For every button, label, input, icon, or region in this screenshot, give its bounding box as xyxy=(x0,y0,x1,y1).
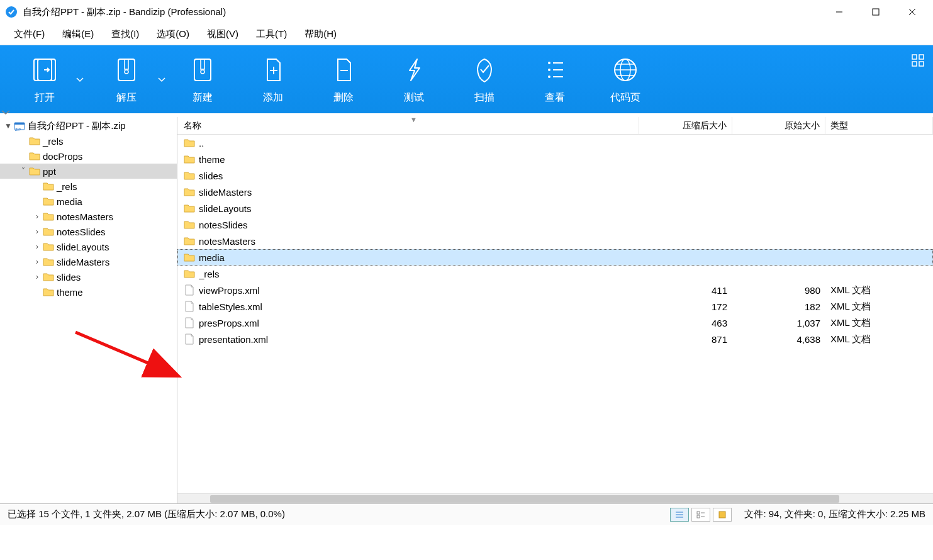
row-type: XML 文档 xyxy=(825,284,933,296)
row-name: theme xyxy=(199,154,639,165)
row-name: slides xyxy=(199,171,639,181)
expander-icon[interactable]: › xyxy=(31,257,43,266)
toolbar-new-label: 新建 xyxy=(193,91,213,104)
delete-icon xyxy=(329,55,358,85)
toolbar-collapse-handle[interactable] xyxy=(0,109,933,117)
maximize-button[interactable] xyxy=(858,0,894,24)
expander-icon[interactable]: › xyxy=(31,212,43,221)
row-name: notesMasters xyxy=(199,236,639,247)
expander-icon[interactable]: › xyxy=(31,272,43,281)
toolbar-delete-button[interactable]: 删除 xyxy=(308,45,379,113)
list-row[interactable]: notesSlides xyxy=(177,216,933,233)
list-row[interactable]: viewProps.xml411980XML 文档 xyxy=(177,282,933,298)
tree-item[interactable]: _rels xyxy=(0,133,177,148)
folder-icon xyxy=(29,135,40,147)
tree-item[interactable]: theme xyxy=(0,284,177,300)
list-row[interactable]: slides xyxy=(177,167,933,184)
list-row[interactable]: _rels xyxy=(177,266,933,282)
toolbar-view-button[interactable]: 查看 xyxy=(520,45,590,113)
row-compressed: 463 xyxy=(639,318,732,328)
folder-icon xyxy=(184,252,195,263)
tree-item-label: docProps xyxy=(43,151,82,162)
folder-icon xyxy=(29,165,40,177)
list-row[interactable]: tableStyles.xml172182XML 文档 xyxy=(177,298,933,315)
view-details-button[interactable] xyxy=(670,508,689,522)
scan-icon xyxy=(470,55,499,85)
list-row[interactable]: theme xyxy=(177,151,933,167)
scrollbar-thumb[interactable] xyxy=(210,495,839,503)
toolbar-add-button[interactable]: 添加 xyxy=(238,45,308,113)
folder-tree[interactable]: ▼ ZIP 自我介绍PPT - 副本.zip _relsdocProps˅ppt… xyxy=(0,117,177,503)
row-name: viewProps.xml xyxy=(199,285,639,296)
toolbar-scan-label: 扫描 xyxy=(474,91,494,104)
svg-point-9 xyxy=(125,70,128,74)
list-row[interactable]: media xyxy=(177,249,933,266)
row-original: 980 xyxy=(732,285,825,296)
tree-item-label: _rels xyxy=(57,181,77,192)
menu-view[interactable]: 视图(V) xyxy=(198,26,247,43)
archive-icon: ZIP xyxy=(14,120,25,132)
add-icon xyxy=(259,55,288,85)
tree-root-label: 自我介绍PPT - 副本.zip xyxy=(28,120,126,132)
status-left: 已选择 15 个文件, 1 文件夹, 2.07 MB (压缩后大小: 2.07 … xyxy=(8,508,670,520)
menu-bar: 文件(F) 编辑(E) 查找(I) 选项(O) 视图(V) 工具(T) 帮助(H… xyxy=(0,24,933,45)
menu-file[interactable]: 文件(F) xyxy=(5,26,53,43)
menu-tools[interactable]: 工具(T) xyxy=(247,26,296,43)
view-icons-button[interactable] xyxy=(713,508,732,522)
chevron-down-icon[interactable] xyxy=(157,76,166,84)
toolbar-open-button[interactable]: 打开 xyxy=(4,45,86,113)
toolbar-new-button[interactable]: 新建 xyxy=(167,45,238,113)
tree-item[interactable]: ›slideMasters xyxy=(0,254,177,269)
menu-options[interactable]: 选项(O) xyxy=(148,26,198,43)
list-row[interactable]: slideMasters xyxy=(177,184,933,200)
tree-item-label: theme xyxy=(57,287,83,298)
expander-icon[interactable]: › xyxy=(31,242,43,251)
folder-icon xyxy=(184,235,195,247)
toolbar-open-label: 打开 xyxy=(35,91,55,104)
row-name: _rels xyxy=(199,269,639,279)
minimize-button[interactable] xyxy=(821,0,858,24)
list-row[interactable]: .. xyxy=(177,135,933,151)
expander-icon[interactable]: ˅ xyxy=(18,167,29,176)
tree-item[interactable]: ›slideLayouts xyxy=(0,239,177,254)
open-icon xyxy=(30,55,59,85)
tree-item[interactable]: media xyxy=(0,194,177,209)
svg-point-12 xyxy=(201,70,204,74)
list-row[interactable]: presProps.xml4631,037XML 文档 xyxy=(177,315,933,331)
tree-item[interactable]: ›slides xyxy=(0,269,177,284)
menu-find[interactable]: 查找(I) xyxy=(103,26,148,43)
list-row[interactable]: notesMasters xyxy=(177,233,933,249)
toolbar-extract-button[interactable]: 解压 xyxy=(86,45,167,113)
toolbar-codepage-button[interactable]: 代码页 xyxy=(590,45,661,113)
tree-item[interactable]: ›notesSlides xyxy=(0,224,177,239)
tree-item[interactable]: docProps xyxy=(0,148,177,164)
toolbar: 打开 解压 新建 添加 删除 测试 扫描 查看 代码页 xyxy=(0,45,933,113)
layout-toggle-icon[interactable] xyxy=(912,54,924,67)
toolbar-delete-label: 删除 xyxy=(333,91,354,104)
toolbar-scan-button[interactable]: 扫描 xyxy=(449,45,520,113)
list-row[interactable]: slideLayouts xyxy=(177,200,933,216)
app-icon xyxy=(5,6,18,18)
tree-root[interactable]: ▼ ZIP 自我介绍PPT - 副本.zip xyxy=(0,118,177,133)
column-original[interactable]: 原始大小 xyxy=(732,117,825,134)
svg-rect-36 xyxy=(697,515,700,518)
horizontal-scrollbar[interactable] xyxy=(177,493,933,503)
expander-icon[interactable]: ▼ xyxy=(3,121,14,130)
column-type[interactable]: 类型 xyxy=(825,117,933,134)
tree-item[interactable]: _rels xyxy=(0,179,177,194)
view-icon xyxy=(540,55,569,85)
list-row[interactable]: presentation.xml8714,638XML 文档 xyxy=(177,331,933,347)
row-compressed: 172 xyxy=(639,301,732,312)
close-button[interactable] xyxy=(894,0,930,24)
toolbar-test-button[interactable]: 测试 xyxy=(379,45,449,113)
menu-help[interactable]: 帮助(H) xyxy=(296,26,345,43)
menu-edit[interactable]: 编辑(E) xyxy=(53,26,103,43)
svg-point-13 xyxy=(548,62,550,64)
expander-icon[interactable]: › xyxy=(31,227,43,236)
chevron-down-icon[interactable] xyxy=(75,76,84,84)
tree-item[interactable]: ›notesMasters xyxy=(0,209,177,224)
column-compressed[interactable]: 压缩后大小 xyxy=(639,117,732,134)
tree-item[interactable]: ˅ppt xyxy=(0,164,177,179)
svg-rect-26 xyxy=(912,62,917,66)
view-list-button[interactable] xyxy=(691,508,710,522)
